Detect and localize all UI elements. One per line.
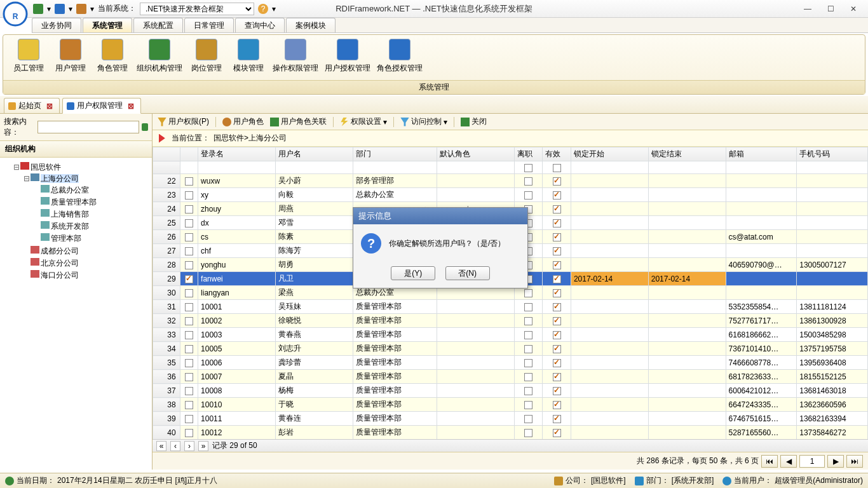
tree-node[interactable]: 成都分公司 — [41, 247, 79, 255]
close-icon[interactable]: ⊠ — [128, 102, 134, 111]
column-header[interactable]: 有效 — [543, 147, 571, 161]
nav-prev-button[interactable]: ‹ — [170, 441, 180, 451]
valid-checkbox[interactable] — [553, 205, 561, 214]
tab-user-permission[interactable]: 用户权限管理⊠ — [62, 98, 141, 114]
tree-shanghai[interactable]: 上海分公司 — [41, 174, 79, 183]
leave-checkbox[interactable] — [524, 177, 532, 186]
tree-node[interactable]: 北京分公司 — [41, 259, 79, 268]
valid-checkbox[interactable] — [553, 303, 561, 311]
nav-last-button[interactable]: » — [198, 441, 208, 451]
row-checkbox[interactable] — [185, 177, 193, 186]
valid-checkbox[interactable] — [553, 373, 561, 381]
table-row[interactable]: 22wuxw吴小蔚部务管理部 — [153, 174, 868, 188]
dropdown-icon[interactable]: ▾ — [272, 4, 276, 13]
valid-checkbox[interactable] — [553, 345, 561, 353]
valid-checkbox[interactable] — [553, 191, 561, 200]
column-header[interactable]: 部门 — [353, 147, 437, 161]
leave-checkbox[interactable] — [524, 289, 532, 297]
column-header[interactable]: 登录名 — [198, 147, 276, 161]
table-row[interactable]: 23xy向毅总裁办公室 — [153, 188, 868, 202]
row-checkbox[interactable] — [185, 401, 193, 409]
dropdown-icon[interactable]: ▾ — [69, 4, 72, 13]
row-checkbox[interactable] — [185, 247, 193, 255]
row-checkbox[interactable] — [185, 289, 193, 297]
valid-checkbox[interactable] — [553, 387, 561, 395]
menu-item[interactable]: 系统配置 — [133, 18, 183, 32]
table-row[interactable]: 4010012彭岩质量管理本部5287165560…13735846272 — [153, 426, 868, 440]
ribbon-item[interactable]: 角色管理 — [92, 37, 133, 79]
access-control-button[interactable]: 访问控制 ▾ — [400, 116, 447, 127]
tab-start[interactable]: 起始页⊠ — [4, 98, 60, 113]
ribbon-item[interactable]: 模块管理 — [228, 37, 269, 79]
row-checkbox[interactable] — [185, 303, 193, 311]
valid-checkbox[interactable] — [553, 247, 561, 255]
people-icon[interactable] — [55, 4, 65, 14]
leave-checkbox[interactable] — [524, 317, 532, 325]
row-checkbox[interactable] — [185, 415, 193, 423]
row-checkbox[interactable] — [185, 261, 193, 269]
table-row[interactable]: 3110001吴珏妹质量管理本部5352355854…13811181124 — [153, 300, 868, 314]
valid-checkbox[interactable] — [553, 219, 561, 227]
dialog-yes-button[interactable]: 是(Y) — [391, 266, 435, 280]
ribbon-item[interactable]: 用户授权管理 — [322, 37, 373, 79]
tree-node[interactable]: 管理本部 — [51, 234, 81, 243]
tree-node[interactable]: 海口分公司 — [41, 271, 79, 280]
dropdown-icon[interactable]: ▾ — [47, 4, 51, 13]
nav-first-button[interactable]: « — [156, 441, 166, 451]
row-checkbox[interactable] — [185, 275, 193, 283]
table-row[interactable]: 3810010于晓质量管理本部6647243335…13623660596 — [153, 398, 868, 412]
search-go-icon[interactable] — [142, 123, 148, 131]
menu-item[interactable]: 案例模块 — [286, 18, 336, 32]
ribbon-item[interactable]: 角色授权管理 — [374, 37, 425, 79]
tools-icon[interactable] — [76, 4, 86, 14]
users-icon[interactable] — [33, 4, 43, 14]
menu-item[interactable]: 查询中心 — [235, 18, 285, 32]
row-checkbox[interactable] — [185, 317, 193, 325]
table-row[interactable]: 3910011黄春连质量管理本部6746751615…13682163394 — [153, 412, 868, 426]
row-checkbox[interactable] — [185, 219, 193, 227]
row-checkbox[interactable] — [185, 345, 193, 353]
filter-valid-checkbox[interactable] — [553, 164, 561, 172]
menu-item[interactable]: 业务协同 — [32, 18, 81, 32]
org-tree[interactable]: ⊟国思软件 ⊟上海分公司 总裁办公室质量管理本部上海销售部系统开发部管理本部 成… — [0, 158, 152, 470]
search-input[interactable] — [37, 121, 139, 133]
help-icon[interactable]: ? — [258, 4, 268, 14]
maximize-button[interactable]: ☐ — [825, 3, 836, 15]
filter-leave-checkbox[interactable] — [524, 164, 532, 172]
table-row[interactable]: 3310003黄春燕质量管理本部6168186662…15003485298 — [153, 328, 868, 342]
page-first-button[interactable]: ⏮ — [761, 455, 778, 468]
valid-checkbox[interactable] — [553, 233, 561, 241]
dropdown-icon[interactable]: ▾ — [90, 4, 94, 13]
valid-checkbox[interactable] — [553, 429, 561, 437]
ribbon-item[interactable]: 操作权限管理 — [270, 37, 321, 79]
valid-checkbox[interactable] — [553, 415, 561, 423]
row-checkbox[interactable] — [185, 191, 193, 200]
leave-checkbox[interactable] — [524, 359, 532, 367]
leave-checkbox[interactable] — [524, 331, 532, 339]
ribbon-item[interactable]: 员工管理 — [8, 37, 49, 79]
column-header[interactable]: 手机号码 — [797, 147, 868, 161]
table-row[interactable]: 3210002徐晓悦质量管理本部7527761717…13861300928 — [153, 314, 868, 328]
table-row[interactable]: 3710008杨梅质量管理本部6006421012…13681463018 — [153, 384, 868, 398]
row-checkbox[interactable] — [185, 331, 193, 339]
close-icon[interactable]: ⊠ — [46, 102, 53, 111]
valid-checkbox[interactable] — [553, 359, 561, 367]
page-last-button[interactable]: ⏭ — [846, 455, 863, 468]
valid-checkbox[interactable] — [553, 261, 561, 269]
grid[interactable]: 登录名用户名部门默认角色离职有效锁定开始锁定结束邮箱手机号码 22wuxw吴小蔚… — [153, 147, 868, 439]
column-header[interactable]: 锁定开始 — [571, 147, 648, 161]
row-checkbox[interactable] — [185, 205, 193, 214]
row-checkbox[interactable] — [185, 373, 193, 381]
row-checkbox[interactable] — [185, 233, 193, 241]
valid-checkbox[interactable] — [553, 331, 561, 339]
page-prev-button[interactable]: ◀ — [780, 455, 797, 468]
table-row[interactable]: 3610007夏晶质量管理本部6817823633…18155152125 — [153, 370, 868, 384]
leave-checkbox[interactable] — [524, 303, 532, 311]
menu-item[interactable]: 日常管理 — [184, 18, 234, 32]
column-header[interactable] — [153, 147, 180, 161]
valid-checkbox[interactable] — [553, 177, 561, 186]
tree-root[interactable]: 国思软件 — [31, 163, 61, 172]
user-role-assoc-button[interactable]: 用户角色关联 — [270, 116, 327, 127]
close-button[interactable]: ✕ — [848, 3, 859, 15]
perm-settings-button[interactable]: 权限设置 ▾ — [340, 116, 387, 127]
